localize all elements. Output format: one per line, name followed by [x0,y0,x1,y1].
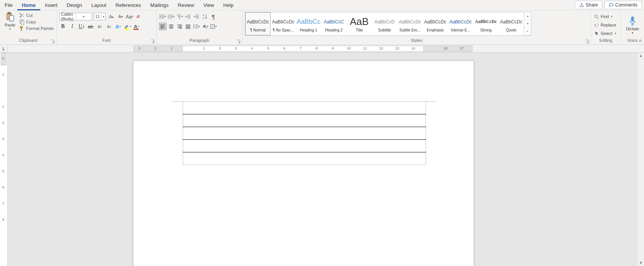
highlighter-icon [124,24,129,29]
group-font: Calibri (Body)▾ 11▾ A▴ A▾ Aa▾ A B I U▾ a… [57,10,157,45]
style-strong[interactable]: AaBbCcDcStrong [473,12,499,35]
collapse-ribbon-button[interactable]: ᐱ [639,39,642,43]
gallery-scroll-0[interactable]: ▴ [524,12,531,20]
svg-text:a: a [594,23,596,25]
tab-design[interactable]: Design [62,0,87,10]
gallery-scroll-2[interactable]: ≡ [524,28,531,35]
sort-button[interactable]: AZ [201,13,209,20]
tab-home[interactable]: Home [17,0,40,10]
style-subtitle[interactable]: AaBbCcDSubtitle [372,12,397,35]
format-painter-button[interactable]: Format Painter [19,26,54,31]
cut-button[interactable]: Cut [19,13,54,18]
copy-button[interactable]: Copy [19,19,54,25]
horizontal-ruler[interactable]: 32112345678910111213141617 [134,46,472,52]
tab-file[interactable]: File [0,0,17,10]
increase-indent-button[interactable] [193,13,200,20]
tab-view[interactable]: View [199,0,219,10]
dictate-button[interactable]: Dictate ▾ [623,11,642,38]
paste-button[interactable]: Paste ▾ [2,11,18,31]
style-subtle-em-[interactable]: AaBbCcDcSubtle Em... [397,12,423,35]
justify-button[interactable] [184,23,192,30]
style-intense-e-[interactable]: AaBbCcDcIntense E... [448,12,473,35]
tab-help[interactable]: Help [219,0,238,10]
document-area[interactable] [8,53,644,266]
show-paragraph-marks-button[interactable]: ¶ [210,13,217,20]
tab-insert[interactable]: Insert [40,0,62,10]
font-dialog-launcher[interactable] [150,39,155,44]
font-size-combo[interactable]: 11▾ [94,13,106,20]
numbering-button[interactable]: 123▾ [167,13,175,20]
scroll-up-button[interactable]: ▲ [638,53,644,59]
indent-icon [194,14,199,19]
comments-button[interactable]: Comments [604,1,642,9]
shrink-font-button[interactable]: A▾ [117,13,124,20]
style--normal[interactable]: AaBbCcDc¶ Normal [245,12,271,35]
tab-selector[interactable]: L [0,45,8,53]
style-title[interactable]: AaBTitle [347,12,372,35]
align-left-button[interactable] [159,23,167,30]
bullets-icon [159,14,165,19]
subscript-button[interactable]: x2 [96,23,104,30]
styles-dialog-launcher[interactable] [585,39,589,44]
gallery-scroll-1[interactable]: ▾ [524,20,531,28]
style-heading-1[interactable]: AaBbCcHeading 1 [296,12,321,35]
style-quote[interactable]: AaBbCcDcQuote [499,12,524,35]
borders-button[interactable]: ▾ [210,23,217,30]
clear-formatting-button[interactable]: A [135,13,143,20]
share-button[interactable]: Share [575,1,602,9]
table-cell[interactable] [183,114,426,127]
replace-button[interactable]: acReplace [593,21,617,29]
tab-mailings[interactable]: Mailings [146,0,173,10]
chevron-down-icon: ▾ [76,13,92,20]
svg-rect-5 [20,20,23,23]
table-cell[interactable] [183,140,426,152]
svg-point-10 [160,18,160,18]
scroll-down-button[interactable]: ▼ [638,260,644,266]
tab-layout[interactable]: Layout [87,0,111,10]
tab-references[interactable]: References [111,0,145,10]
decrease-indent-button[interactable] [184,13,192,20]
shading-button[interactable]: ▾ [201,23,209,30]
align-right-button[interactable] [176,23,183,30]
tab-review[interactable]: Review [173,0,199,10]
italic-button[interactable]: I [68,23,76,30]
svg-rect-21 [631,17,634,21]
style--no-spac-[interactable]: AaBbCcDc¶ No Spac... [271,12,296,35]
style-heading-2[interactable]: AaBbCcCHeading 2 [321,12,347,35]
grow-font-button[interactable]: A▴ [107,13,115,20]
highlight-button[interactable]: ▾ [124,23,131,30]
multilevel-list-button[interactable]: ▾ [176,13,183,20]
text-effects-button[interactable]: A▾ [114,23,122,30]
bold-button[interactable]: B [59,23,67,30]
document-table[interactable] [183,101,426,165]
document-page[interactable] [134,61,474,266]
svg-rect-17 [211,25,215,28]
clipboard-dialog-launcher[interactable] [50,39,55,44]
style-emphasis[interactable]: AaBbCcDcEmphasis [423,12,448,35]
font-color-button[interactable]: A▾ [133,23,140,30]
underline-button[interactable]: U▾ [78,23,85,30]
select-button[interactable]: Select▾ [593,30,617,37]
bullets-button[interactable]: ▾ [159,13,167,20]
table-cell[interactable] [183,152,426,165]
line-spacing-button[interactable]: ▾ [193,23,200,30]
table-cell[interactable] [183,102,426,114]
cursor-icon [594,31,599,36]
vertical-scrollbar[interactable]: ▲ ▼ [638,53,644,266]
ribbon-tabs: File Home Insert Design Layout Reference… [0,0,644,10]
strikethrough-button[interactable]: ab [87,23,94,30]
paragraph-dialog-launcher[interactable] [236,39,241,44]
svg-rect-0 [7,13,12,20]
find-button[interactable]: Find▾ [593,13,613,20]
table-cell[interactable] [183,127,426,140]
eraser-icon: A [136,13,142,20]
paintbrush-icon [19,26,25,31]
svg-rect-6 [21,21,24,24]
vertical-ruler[interactable]: 2112345678 [0,53,8,266]
font-name-combo[interactable]: Calibri (Body)▾ [59,13,92,20]
change-case-button[interactable]: Aa▾ [126,13,134,20]
svg-text:Z: Z [203,17,204,19]
document-workspace: 2112345678 [0,53,644,266]
superscript-button[interactable]: x2 [105,23,113,30]
align-center-button[interactable] [167,23,175,30]
